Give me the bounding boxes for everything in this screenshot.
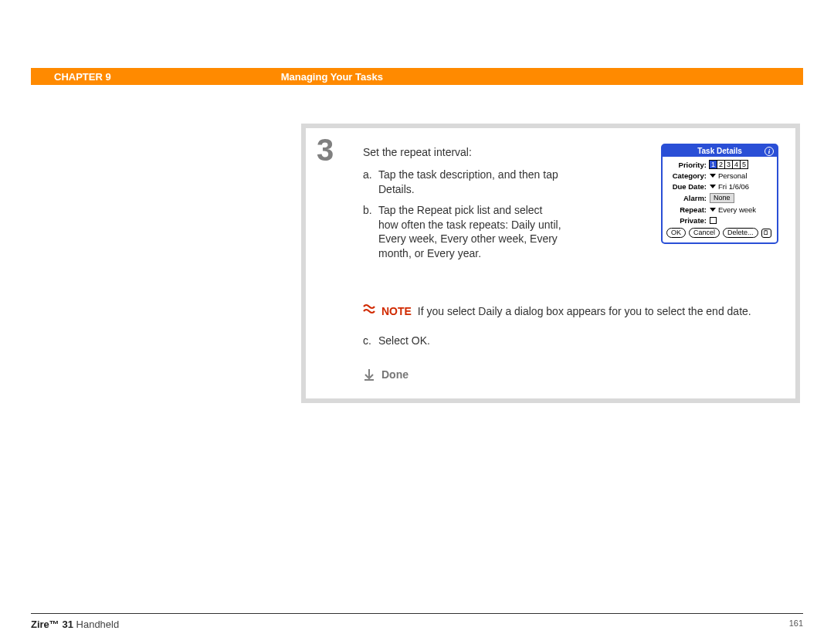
priority-row: Priority: 1 2 3 4 5 bbox=[666, 160, 773, 169]
done-label: Done bbox=[381, 368, 409, 381]
note-body: If you select Daily a dialog box appears… bbox=[418, 305, 751, 317]
ok-button[interactable]: OK bbox=[666, 228, 686, 238]
dialog-buttons: OK Cancel Delete... 🗒 bbox=[666, 228, 773, 238]
due-date-label: Due Date: bbox=[666, 182, 707, 191]
info-icon[interactable]: i bbox=[764, 147, 774, 156]
page-number: 161 bbox=[789, 619, 803, 630]
substep-c: c. Select OK. bbox=[363, 334, 778, 347]
substep-b-text: Tap the Repeat pick list and select how … bbox=[378, 203, 564, 262]
task-details-body: Priority: 1 2 3 4 5 Category: Personal D… bbox=[663, 157, 777, 242]
note-button[interactable]: 🗒 bbox=[761, 229, 771, 238]
alarm-value[interactable]: None bbox=[710, 193, 734, 203]
note-icon bbox=[363, 303, 375, 315]
footer-product-rest: Handheld bbox=[73, 619, 119, 630]
chapter-number: CHAPTER 9 bbox=[54, 71, 111, 83]
step-number: 3 bbox=[317, 133, 334, 168]
category-value[interactable]: Personal bbox=[718, 171, 748, 180]
task-details-dialog: Task Details i Priority: 1 2 3 4 5 Categ… bbox=[661, 144, 778, 244]
footer-product-bold: Zire™ 31 bbox=[31, 619, 73, 630]
note-label: NOTE bbox=[381, 305, 412, 317]
private-label: Private: bbox=[666, 216, 707, 225]
repeat-value[interactable]: Every week bbox=[718, 205, 756, 214]
substep-a-text: Tap the task description, and then tap D… bbox=[378, 168, 564, 197]
repeat-label: Repeat: bbox=[666, 205, 707, 214]
private-row: Private: bbox=[666, 216, 773, 225]
substep-a-letter: a. bbox=[363, 168, 378, 197]
substep-b: b. Tap the Repeat pick list and select h… bbox=[363, 203, 564, 262]
substep-c-text: Select OK. bbox=[378, 334, 430, 347]
note-row: NOTE If you select Daily a dialog box ap… bbox=[363, 303, 778, 317]
substep-c-letter: c. bbox=[363, 334, 378, 347]
alarm-row: Alarm: None bbox=[666, 193, 773, 203]
step-panel: 3 Set the repeat interval: a. Tap the ta… bbox=[301, 124, 800, 403]
task-details-title: Task Details i bbox=[663, 145, 777, 157]
dropdown-icon[interactable] bbox=[710, 208, 716, 212]
page-footer: Zire™ 31 Handheld 161 bbox=[31, 613, 803, 630]
substep-b-letter: b. bbox=[363, 203, 378, 262]
category-row: Category: Personal bbox=[666, 171, 773, 180]
dropdown-icon[interactable] bbox=[710, 185, 716, 188]
private-checkbox[interactable] bbox=[710, 217, 717, 224]
cancel-button[interactable]: Cancel bbox=[689, 228, 720, 238]
step-text-column: Set the repeat interval: a. Tap the task… bbox=[363, 145, 564, 261]
footer-product: Zire™ 31 Handheld bbox=[31, 619, 119, 630]
dropdown-icon[interactable] bbox=[710, 174, 716, 178]
priority-label: Priority: bbox=[666, 161, 707, 169]
chapter-header: CHAPTER 9 Managing Your Tasks bbox=[31, 68, 803, 85]
delete-button[interactable]: Delete... bbox=[723, 228, 758, 238]
step-intro: Set the repeat interval: bbox=[363, 145, 564, 160]
chapter-title: Managing Your Tasks bbox=[281, 71, 383, 83]
priority-selector[interactable]: 1 2 3 4 5 bbox=[710, 160, 748, 169]
task-details-title-text: Task Details bbox=[697, 147, 742, 155]
substep-a: a. Tap the task description, and then ta… bbox=[363, 168, 564, 197]
due-date-row: Due Date: Fri 1/6/06 bbox=[666, 182, 773, 191]
done-arrow-icon bbox=[363, 368, 375, 381]
note-text: NOTE If you select Daily a dialog box ap… bbox=[381, 305, 751, 317]
due-date-value[interactable]: Fri 1/6/06 bbox=[718, 182, 749, 191]
done-row: Done bbox=[363, 368, 778, 381]
alarm-label: Alarm: bbox=[666, 194, 707, 202]
priority-5[interactable]: 5 bbox=[740, 160, 748, 169]
step-panel-inner: 3 Set the repeat interval: a. Tap the ta… bbox=[306, 128, 795, 398]
category-label: Category: bbox=[666, 171, 707, 180]
repeat-row: Repeat: Every week bbox=[666, 205, 773, 214]
